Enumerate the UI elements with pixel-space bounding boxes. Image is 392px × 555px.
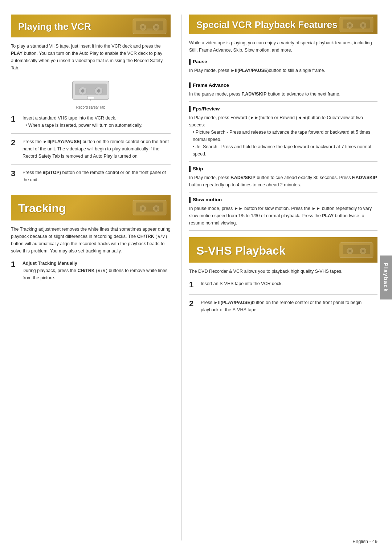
- tracking-step-1-main: Adjust Tracking Manually: [23, 261, 77, 266]
- play-step-1-main: Insert a standard VHS tape into the VCR …: [23, 116, 116, 121]
- feature-bar-skip: [189, 166, 191, 172]
- svg-point-10: [81, 89, 84, 93]
- tracking-header: Tracking: [11, 195, 171, 220]
- svhs-header: S-VHS Playback: [189, 237, 377, 263]
- right-column: Special VCR Playback Features While a vi…: [181, 15, 377, 540]
- special-features-cassette-icon: [338, 15, 375, 34]
- svg-rect-28: [343, 245, 370, 254]
- svg-rect-13: [87, 96, 94, 99]
- svhs-intro: The DVD Recorder & VCR allows you to pla…: [189, 268, 377, 275]
- tracking-cassette-icon: [131, 197, 168, 217]
- feature-skip-title: Skip: [193, 166, 203, 171]
- svg-point-24: [348, 24, 351, 27]
- play-step-3: 3 Press the ■(STOP) button on the remote…: [11, 169, 171, 188]
- feature-slow-motion: Slow motion In pause mode, press ►► butt…: [189, 197, 377, 231]
- svhs-cassette-icon: [338, 239, 375, 259]
- svhs-step-1-text: Insert an S-VHS tape into the VCR deck.: [201, 280, 283, 289]
- feature-pause-desc: In Play mode, press ►ll(PLAY/PAUSE)butto…: [189, 67, 377, 74]
- svg-point-20: [155, 207, 158, 210]
- feature-frame-advance-desc: In the pause mode, press F.ADV/SKIP butt…: [189, 90, 377, 98]
- tracking-step-1: 1 Adjust Tracking Manually During playba…: [11, 260, 171, 286]
- playback-side-tab: Playback: [380, 255, 392, 299]
- feature-skip-desc: In Play mode, press F.ADV/SKIP button to…: [189, 174, 377, 189]
- special-features-intro: While a videotape is playing, you can en…: [189, 39, 377, 54]
- svhs-step-2: 2 Press ►ll(PLAY/PAUSE)button on the rem…: [189, 299, 377, 318]
- play-step-2: 2 Press the ►ll(PLAY/PAUSE) button on th…: [11, 138, 171, 165]
- svg-rect-16: [136, 203, 163, 212]
- feature-slow-motion-desc: In pause mode, press ►► button for slow …: [189, 205, 377, 227]
- feature-bar-frame-advance: [189, 82, 191, 88]
- feature-frame-advance-title: Frame Advance: [193, 82, 229, 88]
- svg-point-30: [348, 250, 351, 252]
- feature-fps-title: Fps/Review: [193, 106, 220, 112]
- feature-bar-fps: [189, 106, 191, 112]
- playing-vcr-intro: To play a standard VHS tape, just insert…: [11, 42, 171, 72]
- feature-fps-desc: In Play mode, press Forward (►►)button o…: [189, 114, 377, 158]
- svg-point-32: [362, 250, 364, 252]
- tracking-step-1-sub: During playback, press the CH/TRK (∧/∨) …: [23, 268, 167, 280]
- svhs-step-2-text: Press ►ll(PLAY/PAUSE)button on the remot…: [201, 299, 377, 313]
- feature-fps-review: Fps/Review In Play mode, press Forward (…: [189, 106, 377, 162]
- svg-point-18: [142, 207, 144, 210]
- svg-point-3: [142, 26, 144, 28]
- feature-pause: Pause In Play mode, press ►ll(PLAY/PAUSE…: [189, 59, 377, 78]
- tracking-intro: The Tracking adjustment removes the whit…: [11, 226, 171, 255]
- svg-point-12: [97, 89, 100, 93]
- feature-bar-pause: [189, 59, 191, 65]
- left-column: Playing the VCR To play a standard VHS: [11, 15, 181, 540]
- svg-point-5: [155, 26, 158, 28]
- page-footer: English - 49: [352, 539, 377, 544]
- play-step-1-bullet: • When a tape is inserted, power will tu…: [25, 122, 142, 129]
- safety-tab-image: [71, 77, 111, 104]
- svg-rect-6: [147, 28, 153, 30]
- safety-tab-illustration: Record safety Tab: [11, 77, 171, 109]
- special-features-header: Special VCR Playback Features: [189, 15, 377, 34]
- svhs-step-1: 1 Insert an S-VHS tape into the VCR deck…: [189, 280, 377, 294]
- svg-point-26: [362, 24, 364, 27]
- play-step-1: 1 Insert a standard VHS tape into the VC…: [11, 114, 171, 134]
- feature-pause-title: Pause: [193, 59, 207, 64]
- feature-slow-motion-title: Slow motion: [193, 197, 222, 202]
- cassette-icon: [131, 16, 168, 36]
- feature-fps-bullet-1: • Picture Search - Press and release to …: [193, 129, 377, 143]
- svg-rect-22: [343, 19, 370, 28]
- feature-fps-bullet-2: • Jet Search - Press and hold to advance…: [193, 143, 377, 158]
- feature-bar-slow-motion: [189, 197, 191, 203]
- feature-frame-advance: Frame Advance In the pause mode, press F…: [189, 82, 377, 102]
- safety-tab-label: Record safety Tab: [76, 105, 105, 109]
- feature-skip: Skip In Play mode, press F.ADV/SKIP butt…: [189, 166, 377, 193]
- playing-vcr-header: Playing the VCR: [11, 15, 171, 37]
